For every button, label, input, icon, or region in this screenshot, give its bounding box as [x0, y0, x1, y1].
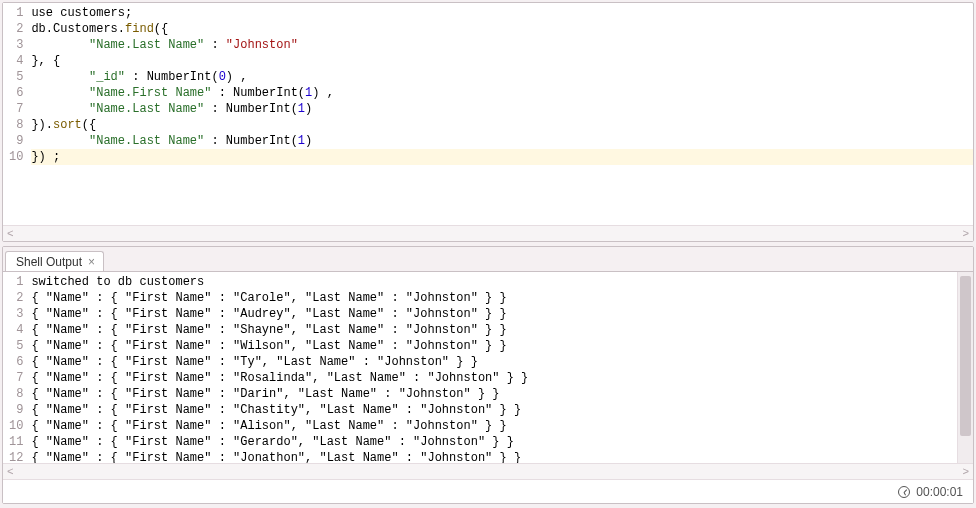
code-line[interactable]: }) ;: [31, 149, 973, 165]
code-line[interactable]: use customers;: [31, 5, 973, 21]
line-number: 5: [9, 338, 23, 354]
output-vertical-scrollbar[interactable]: [957, 272, 973, 463]
line-number: 3: [9, 37, 23, 53]
scrollbar-thumb[interactable]: [960, 276, 971, 436]
code-line[interactable]: "Name.Last Name" : NumberInt(1): [31, 133, 973, 149]
query-editor[interactable]: 12345678910 use customers;db.Customers.f…: [3, 3, 973, 225]
status-bar: 00:00:01: [3, 479, 973, 503]
output-line[interactable]: { "Name" : { "First Name" : "Wilson", "L…: [31, 338, 957, 354]
line-number: 4: [9, 322, 23, 338]
line-number: 8: [9, 117, 23, 133]
line-number: 9: [9, 402, 23, 418]
line-number: 7: [9, 370, 23, 386]
output-line[interactable]: { "Name" : { "First Name" : "Alison", "L…: [31, 418, 957, 434]
output-lines[interactable]: switched to db customers{ "Name" : { "Fi…: [27, 272, 957, 463]
output-horizontal-scrollbar[interactable]: < >: [3, 463, 973, 479]
scroll-left-icon[interactable]: <: [7, 228, 14, 240]
output-line[interactable]: { "Name" : { "First Name" : "Chastity", …: [31, 402, 957, 418]
tab-label: Shell Output: [16, 255, 82, 269]
line-number: 6: [9, 354, 23, 370]
output-line[interactable]: { "Name" : { "First Name" : "Ty", "Last …: [31, 354, 957, 370]
tab-shell-output[interactable]: Shell Output ×: [5, 251, 104, 272]
scroll-right-icon[interactable]: >: [962, 466, 969, 478]
line-number: 5: [9, 69, 23, 85]
code-line[interactable]: "Name.Last Name" : "Johnston": [31, 37, 973, 53]
output-line[interactable]: switched to db customers: [31, 274, 957, 290]
scroll-left-icon[interactable]: <: [7, 466, 14, 478]
code-line[interactable]: "_id" : NumberInt(0) ,: [31, 69, 973, 85]
line-number: 2: [9, 21, 23, 37]
output-line[interactable]: { "Name" : { "First Name" : "Shayne", "L…: [31, 322, 957, 338]
line-number: 10: [9, 418, 23, 434]
line-number: 10: [9, 149, 23, 165]
code-line[interactable]: db.Customers.find({: [31, 21, 973, 37]
line-number: 1: [9, 5, 23, 21]
line-number: 6: [9, 85, 23, 101]
close-icon[interactable]: ×: [88, 256, 95, 268]
code-line[interactable]: "Name.First Name" : NumberInt(1) ,: [31, 85, 973, 101]
line-number: 4: [9, 53, 23, 69]
line-number: 1: [9, 274, 23, 290]
output-line[interactable]: { "Name" : { "First Name" : "Rosalinda",…: [31, 370, 957, 386]
output-line[interactable]: { "Name" : { "First Name" : "Darin", "La…: [31, 386, 957, 402]
line-number: 9: [9, 133, 23, 149]
editor-line-gutter: 12345678910: [3, 3, 27, 225]
shell-output-content: 1234567891011121314 switched to db custo…: [3, 271, 973, 503]
line-number: 7: [9, 101, 23, 117]
code-line[interactable]: "Name.Last Name" : NumberInt(1): [31, 101, 973, 117]
output-line[interactable]: { "Name" : { "First Name" : "Jonathon", …: [31, 450, 957, 463]
output-line[interactable]: { "Name" : { "First Name" : "Carole", "L…: [31, 290, 957, 306]
line-number: 3: [9, 306, 23, 322]
query-editor-panel: 12345678910 use customers;db.Customers.f…: [2, 2, 974, 242]
code-line[interactable]: }).sort({: [31, 117, 973, 133]
line-number: 12: [9, 450, 23, 463]
clock-icon: [898, 486, 910, 498]
editor-horizontal-scrollbar[interactable]: < >: [3, 225, 973, 241]
code-line[interactable]: }, {: [31, 53, 973, 69]
output-line-gutter: 1234567891011121314: [3, 272, 27, 463]
output-tabs-row: Shell Output ×: [3, 247, 973, 271]
output-line[interactable]: { "Name" : { "First Name" : "Audrey", "L…: [31, 306, 957, 322]
line-number: 2: [9, 290, 23, 306]
line-number: 8: [9, 386, 23, 402]
elapsed-time: 00:00:01: [916, 485, 963, 499]
line-number: 11: [9, 434, 23, 450]
output-line[interactable]: { "Name" : { "First Name" : "Gerardo", "…: [31, 434, 957, 450]
shell-output-panel: Shell Output × 1234567891011121314 switc…: [2, 246, 974, 504]
editor-code-lines[interactable]: use customers;db.Customers.find({ "Name.…: [27, 3, 973, 225]
scroll-right-icon[interactable]: >: [962, 228, 969, 240]
